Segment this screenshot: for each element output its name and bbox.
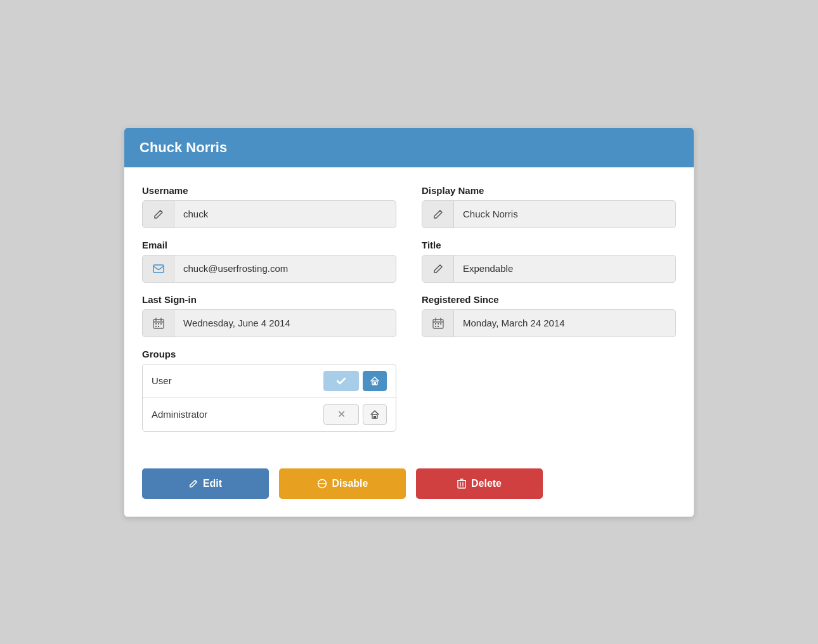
title-input-group: Expendable: [422, 255, 676, 283]
username-input-group: chuck: [142, 200, 396, 228]
registered-since-group: Registered Since: [422, 294, 676, 337]
group-home-user[interactable]: [363, 371, 387, 391]
edit-button-label: Edit: [203, 478, 222, 489]
group-name-user: User: [152, 375, 323, 386]
disable-button-label: Disable: [332, 478, 368, 489]
edit-button[interactable]: Edit: [142, 468, 269, 499]
svg-rect-15: [438, 323, 439, 325]
groups-table: User: [142, 364, 396, 432]
group-name-administrator: Administrator: [152, 409, 323, 420]
delete-button[interactable]: Delete: [416, 468, 543, 499]
group-toggle-user[interactable]: [323, 371, 359, 391]
svg-rect-16: [440, 323, 441, 325]
display-name-value: Chuck Norris: [454, 209, 675, 219]
groups-label: Groups: [142, 349, 396, 359]
username-group: Username chuck: [142, 185, 396, 228]
disable-button[interactable]: Disable: [279, 468, 406, 499]
last-signin-input-group: Wednesday, June 4 2014: [142, 309, 396, 337]
form-grid: Username chuck Display Name: [142, 185, 676, 443]
registered-since-value: Monday, March 24 2014: [454, 318, 675, 328]
group-actions-administrator: ✕: [323, 404, 387, 425]
title-edit-icon: [422, 255, 454, 282]
svg-rect-14: [435, 323, 436, 325]
username-label: Username: [142, 185, 396, 196]
last-signin-value: Wednesday, June 4 2014: [174, 318, 396, 328]
title-label: Title: [422, 240, 676, 250]
user-profile-card: Chuck Norris Username chuck Display Name: [124, 127, 694, 517]
card-body: Username chuck Display Name: [124, 167, 694, 456]
svg-rect-7: [160, 323, 162, 325]
group-home-administrator[interactable]: [363, 404, 387, 425]
last-signin-label: Last Sign-in: [142, 294, 396, 305]
display-name-group: Display Name Chuck Norris: [422, 185, 676, 228]
group-toggle-administrator[interactable]: ✕: [323, 404, 359, 425]
email-icon: [143, 255, 174, 282]
username-value: chuck: [174, 209, 396, 219]
display-name-label: Display Name: [422, 185, 676, 196]
email-group: Email chuck@userfrosting.com: [142, 240, 396, 283]
svg-rect-18: [438, 326, 439, 327]
last-signin-calendar-icon: [143, 310, 174, 337]
email-value: chuck@userfrosting.com: [174, 263, 396, 274]
card-title: Chuck Norris: [140, 139, 678, 156]
group-row-user: User: [143, 364, 396, 398]
title-group: Title Expendable: [422, 240, 676, 283]
display-name-input-group: Chuck Norris: [422, 200, 676, 228]
delete-button-label: Delete: [471, 478, 502, 489]
username-edit-icon: [143, 201, 174, 228]
registered-since-input-group: Monday, March 24 2014: [422, 309, 676, 337]
email-input-group: chuck@userfrosting.com: [142, 255, 396, 283]
card-footer: Edit Disable Delete: [124, 456, 694, 517]
groups-section: Groups User: [142, 349, 396, 432]
group-actions-user: [323, 371, 387, 391]
group-row-administrator: Administrator ✕: [143, 398, 396, 431]
svg-rect-5: [155, 323, 157, 325]
display-name-edit-icon: [422, 201, 454, 228]
svg-rect-22: [373, 416, 376, 418]
svg-rect-25: [458, 480, 465, 488]
svg-rect-17: [435, 326, 436, 327]
last-signin-group: Last Sign-in: [142, 294, 396, 337]
svg-rect-9: [158, 326, 159, 327]
registered-since-calendar-icon: [422, 310, 454, 337]
svg-rect-0: [153, 265, 164, 273]
title-value: Expendable: [454, 263, 675, 274]
email-label: Email: [142, 240, 396, 250]
registered-since-label: Registered Since: [422, 294, 676, 305]
card-header: Chuck Norris: [124, 128, 694, 167]
svg-rect-20: [373, 382, 376, 385]
svg-rect-8: [155, 326, 157, 327]
svg-rect-6: [158, 323, 159, 325]
